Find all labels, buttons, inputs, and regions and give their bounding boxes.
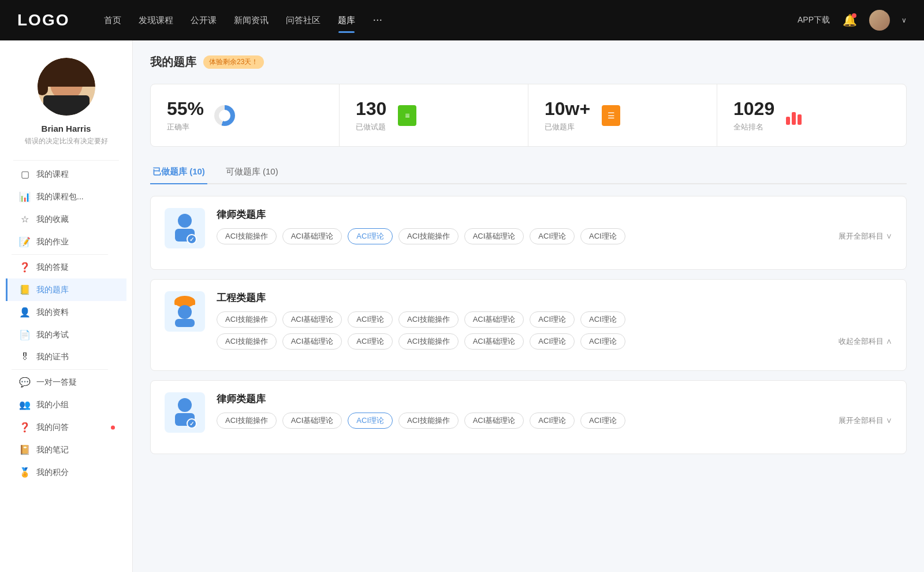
favorites-icon: ☆ xyxy=(19,214,31,225)
qbank-2-tag2-4[interactable]: ACI基础理论 xyxy=(464,333,524,350)
qbank-card-lawyer-2: ✓ 律师类题库 ACI技能操作 ACI基础理论 ACI理论 ACI技能操作 AC… xyxy=(150,380,907,454)
qbank-2-tag1-3[interactable]: ACI技能操作 xyxy=(398,311,459,328)
qbank-3-tag-6[interactable]: ACI理论 xyxy=(580,413,625,429)
qbank-3-tag-4[interactable]: ACI基础理论 xyxy=(464,413,524,429)
sidebar-item-group[interactable]: 👥 我的小组 xyxy=(6,393,126,416)
qbank-3-tag-1[interactable]: ACI基础理论 xyxy=(282,413,342,429)
stats-row: 55% 正确率 130 已做试题 xyxy=(150,84,907,147)
stat-dq-label: 已做试题 xyxy=(356,122,386,132)
qbank-2-tag2-5[interactable]: ACI理论 xyxy=(530,333,575,350)
qbank-1-tag-3[interactable]: ACI技能操作 xyxy=(398,228,459,244)
sidebar-item-qa[interactable]: ❓ 我的答疑 xyxy=(6,256,126,278)
sidebar-item-1on1[interactable]: 💬 一对一答疑 xyxy=(6,371,126,393)
qbank-2-tag1-2[interactable]: ACI理论 xyxy=(348,311,393,328)
qbank-2-tag1-0[interactable]: ACI技能操作 xyxy=(217,311,277,328)
app-download-link[interactable]: APP下载 xyxy=(798,15,830,25)
pie-inner xyxy=(219,110,230,121)
sidebar-item-profile[interactable]: 👤 我的资料 xyxy=(6,301,126,324)
tab-done-banks[interactable]: 已做题库 (10) xyxy=(150,161,207,184)
sidebar-item-homework[interactable]: 📝 我的作业 xyxy=(6,231,126,253)
qa-notification-dot xyxy=(111,425,115,429)
qbank-2-title: 工程类题库 xyxy=(217,291,892,304)
doc-green-icon xyxy=(398,105,416,126)
qbank-3-tag-5[interactable]: ACI理论 xyxy=(530,413,575,429)
sidebar-item-course-pkg[interactable]: 📊 我的课程包... xyxy=(6,185,126,208)
qbank-3-tag-2[interactable]: ACI理论 xyxy=(348,413,393,429)
sidebar-item-favorites[interactable]: ☆ 我的收藏 xyxy=(6,208,126,231)
myqa-icon: ❓ xyxy=(19,422,31,433)
qbank-2-tag1-4[interactable]: ACI基础理论 xyxy=(464,311,524,328)
qbank-2-tag1-6[interactable]: ACI理论 xyxy=(580,311,625,328)
qbank-1-tag-2[interactable]: ACI理论 xyxy=(348,228,393,244)
sidebar-item-cert[interactable]: 🎖 我的证书 xyxy=(6,346,126,368)
stat-rank-value: 1029 xyxy=(733,98,774,120)
qbank-2-tag2-1[interactable]: ACI基础理论 xyxy=(282,333,342,350)
sidebar-label-cert: 我的证书 xyxy=(36,352,69,362)
nav-open-course[interactable]: 公开课 xyxy=(191,13,217,28)
sidebar-label-course-pkg: 我的课程包... xyxy=(36,192,84,202)
qbank-1-tag-1[interactable]: ACI基础理论 xyxy=(282,228,342,244)
qbank-2-tag1-1[interactable]: ACI基础理论 xyxy=(282,311,342,328)
sidebar-item-points[interactable]: 🏅 我的积分 xyxy=(6,461,126,484)
qbank-3-icon-wrap: ✓ xyxy=(165,392,205,433)
sidebar-item-exam[interactable]: 📄 我的考试 xyxy=(6,324,126,346)
qbank-1-tag-6[interactable]: ACI理论 xyxy=(580,228,625,244)
tab-available-banks[interactable]: 可做题库 (10) xyxy=(223,161,281,184)
sidebar: Brian Harris 错误的决定比没有决定要好 ▢ 我的课程 📊 我的课程包… xyxy=(0,40,133,572)
stat-dq-icon xyxy=(396,104,419,127)
exam-icon: 📄 xyxy=(19,329,31,340)
nav-qa[interactable]: 问答社区 xyxy=(286,13,321,28)
sidebar-divider-top xyxy=(13,160,119,161)
1on1-icon: 💬 xyxy=(19,377,31,388)
nav-more-button[interactable]: ··· xyxy=(372,13,382,28)
qbank-card-1-header: ✓ 律师类题库 ACI技能操作 ACI基础理论 ACI理论 ACI技能操作 AC… xyxy=(165,208,892,248)
qbank-2-tag2-6[interactable]: ACI理论 xyxy=(580,333,625,350)
qbank-3-tag-0[interactable]: ACI技能操作 xyxy=(217,413,277,429)
sidebar-item-myqa[interactable]: ❓ 我的问答 xyxy=(6,416,126,439)
qbank-1-toggle[interactable]: 展开全部科目 ∨ xyxy=(839,231,892,242)
qbank-3-tag-3[interactable]: ACI技能操作 xyxy=(398,413,459,429)
qbank-card-3-header: ✓ 律师类题库 ACI技能操作 ACI基础理论 ACI理论 ACI技能操作 AC… xyxy=(165,392,892,433)
qbank-1-icon-wrap: ✓ xyxy=(165,208,205,248)
notification-bell[interactable]: 🔔 xyxy=(841,12,858,28)
sidebar-divider-1 xyxy=(12,254,108,255)
avatar[interactable] xyxy=(869,10,890,31)
stat-db-label: 已做题库 xyxy=(545,122,590,132)
sidebar-item-qbank[interactable]: 📒 我的题库 xyxy=(6,278,126,301)
profile-icon: 👤 xyxy=(19,307,31,318)
logo[interactable]: LOGO xyxy=(17,11,69,29)
qbank-1-tags: ACI技能操作 ACI基础理论 ACI理论 ACI技能操作 ACI基础理论 AC… xyxy=(217,228,827,244)
stat-dq-value: 130 xyxy=(356,98,386,120)
qbank-2-tag1-5[interactable]: ACI理论 xyxy=(530,311,575,328)
sidebar-item-course[interactable]: ▢ 我的课程 xyxy=(6,163,126,185)
svg-point-8 xyxy=(178,398,192,412)
qbank-1-tag-5[interactable]: ACI理论 xyxy=(530,228,575,244)
qbank-2-toggle[interactable]: 收起全部科目 ∧ xyxy=(839,336,892,347)
avatar-chevron-icon[interactable]: ∨ xyxy=(901,16,907,24)
qbank-1-tag-4[interactable]: ACI基础理论 xyxy=(464,228,524,244)
qbank-icon: 📒 xyxy=(19,284,31,295)
qbank-2-tag2-0[interactable]: ACI技能操作 xyxy=(217,333,277,350)
qbank-3-tags-toggle: ACI技能操作 ACI基础理论 ACI理论 ACI技能操作 ACI基础理论 AC… xyxy=(217,413,892,429)
group-icon: 👥 xyxy=(19,399,31,410)
homework-icon: 📝 xyxy=(19,236,31,247)
nav-home[interactable]: 首页 xyxy=(104,13,121,28)
nav-news[interactable]: 新闻资讯 xyxy=(234,13,269,28)
sidebar-label-qa: 我的答疑 xyxy=(36,262,69,273)
nav-qbank[interactable]: 题库 xyxy=(338,13,355,28)
qbank-1-tag-0[interactable]: ACI技能操作 xyxy=(217,228,277,244)
sidebar-item-notes[interactable]: 📔 我的笔记 xyxy=(6,439,126,461)
course-pkg-icon: 📊 xyxy=(19,191,31,202)
qbank-2-tags-row2: ACI技能操作 ACI基础理论 ACI理论 ACI技能操作 ACI基础理论 AC… xyxy=(217,333,892,350)
nav-links: 首页 发现课程 公开课 新闻资讯 问答社区 题库 ··· xyxy=(104,13,798,28)
svg-point-6 xyxy=(178,305,192,319)
bar1 xyxy=(786,117,790,125)
qbank-2-tag2-2[interactable]: ACI理论 xyxy=(348,333,393,350)
qbank-3-toggle[interactable]: 展开全部科目 ∨ xyxy=(839,415,892,426)
nav-discover[interactable]: 发现课程 xyxy=(139,13,173,28)
stat-dq-text: 130 已做试题 xyxy=(356,98,386,132)
qbank-2-tag2-3[interactable]: ACI技能操作 xyxy=(398,333,459,350)
user-bio: 错误的决定比没有决定要好 xyxy=(25,136,108,146)
sidebar-label-qbank: 我的题库 xyxy=(36,285,69,295)
course-icon: ▢ xyxy=(19,169,31,180)
